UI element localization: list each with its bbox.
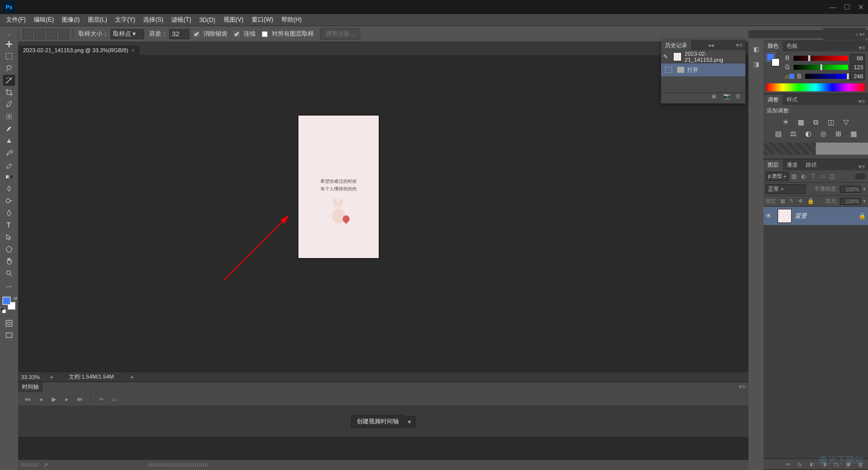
new-layer-icon[interactable]: ▣ xyxy=(846,461,853,467)
status-arrow2-icon[interactable]: ▸ xyxy=(131,374,134,380)
timeline-last-icon[interactable]: ⏭ xyxy=(75,395,84,403)
swap-colors-icon[interactable]: ⇄ xyxy=(14,296,18,301)
document-tab-close-icon[interactable]: × xyxy=(131,47,134,53)
new-doc-from-state-icon[interactable]: ▣ xyxy=(711,93,718,103)
hand-tool[interactable] xyxy=(3,256,15,267)
menu-filter[interactable]: 滤镜(T) xyxy=(167,14,195,26)
tolerance-input[interactable] xyxy=(169,29,189,39)
eraser-tool[interactable] xyxy=(3,159,15,170)
foreground-color-swatch[interactable] xyxy=(3,297,11,305)
history-menu-icon[interactable]: ▾≡ xyxy=(733,42,745,49)
layer-thumbnail[interactable] xyxy=(778,209,792,223)
drag-handle-icon[interactable] xyxy=(149,463,209,467)
lasso-tool[interactable] xyxy=(3,63,15,74)
r-value[interactable] xyxy=(850,54,865,62)
filter-toggle[interactable] xyxy=(855,173,866,179)
channels-tab[interactable]: 通道 xyxy=(783,160,802,170)
timeline-prev-icon[interactable]: ◂ xyxy=(36,395,45,403)
eyedropper-tool[interactable] xyxy=(3,99,15,110)
magic-wand-tool[interactable] xyxy=(3,75,15,86)
lock-pixels-icon[interactable]: ✎ xyxy=(789,198,796,204)
sample-size-select[interactable]: 取样点 ▾ xyxy=(111,29,144,39)
right-panels-collapse-icon[interactable]: « ▾≡ xyxy=(748,30,868,38)
menu-3d[interactable]: 3D(D) xyxy=(195,15,220,25)
g-slider[interactable] xyxy=(794,65,848,70)
mini-properties-icon[interactable]: ◨ xyxy=(750,57,762,71)
quick-mask-icon[interactable] xyxy=(3,318,15,329)
create-video-timeline-button[interactable]: 创建视频时间轴 xyxy=(351,415,404,428)
minimize-button[interactable]: — xyxy=(826,2,840,12)
gradient-tool[interactable] xyxy=(3,171,15,182)
gamut-warning-icon[interactable]: ⚠ xyxy=(785,74,789,79)
layer-filter-type[interactable]: ρ 类型 ÷ xyxy=(766,172,789,181)
selection-add-icon[interactable] xyxy=(35,29,45,39)
doc-size[interactable]: 文档:1.54M/1.54M xyxy=(69,373,114,381)
vibrance-icon[interactable]: ▽ xyxy=(841,118,851,127)
history-step-row[interactable]: 打开 xyxy=(661,63,745,76)
dodge-tool[interactable] xyxy=(3,195,15,206)
curves-icon[interactable]: ⧉ xyxy=(811,118,821,127)
color-tab[interactable]: 颜色 xyxy=(764,41,783,51)
marquee-tool[interactable] xyxy=(3,51,15,62)
exposure-icon[interactable]: ◫ xyxy=(826,118,836,127)
brush-tool[interactable] xyxy=(3,123,15,134)
menu-edit[interactable]: 编辑(E) xyxy=(30,14,58,26)
zoom-tool[interactable] xyxy=(3,268,15,279)
menu-view[interactable]: 视图(V) xyxy=(220,14,248,26)
g-value[interactable] xyxy=(850,63,865,71)
move-tool[interactable] xyxy=(3,39,15,50)
crop-tool[interactable] xyxy=(3,87,15,98)
balance-icon[interactable]: ⚖ xyxy=(788,129,798,138)
swatches-tab[interactable]: 色板 xyxy=(783,41,802,51)
paths-tab[interactable]: 路径 xyxy=(802,160,821,170)
filter-shape-icon[interactable]: ▭ xyxy=(819,172,827,180)
filter-adjust-icon[interactable]: ◐ xyxy=(800,172,808,180)
filter-pixel-icon[interactable]: ▦ xyxy=(790,172,798,180)
close-button[interactable]: ✕ xyxy=(854,2,868,12)
layer-fx-icon[interactable]: fx xyxy=(798,461,805,467)
layer-locked-icon[interactable]: 🔒 xyxy=(858,212,866,219)
b-slider[interactable] xyxy=(805,74,848,79)
path-selection-tool[interactable] xyxy=(3,231,15,243)
menu-file[interactable]: 文件(F) xyxy=(2,14,30,26)
layers-menu-icon[interactable]: ▾≡ xyxy=(855,163,868,170)
new-adjustment-icon[interactable]: ◑ xyxy=(822,461,829,467)
clone-stamp-tool[interactable] xyxy=(3,135,15,146)
color-bg-swatch[interactable] xyxy=(772,58,780,66)
layer-name[interactable]: 背景 xyxy=(795,212,807,220)
delete-state-icon[interactable]: 🗑 xyxy=(735,93,742,103)
canvas-viewport[interactable]: 希望你难过的时候 有个人懂得你的伤 xyxy=(18,55,748,372)
color-panel-swatches[interactable] xyxy=(767,53,780,66)
selection-subtract-icon[interactable] xyxy=(47,29,57,39)
all-layers-checkbox[interactable] xyxy=(262,31,268,37)
contiguous-checkbox[interactable] xyxy=(234,31,240,37)
timeline-transition-icon[interactable]: ▭ xyxy=(110,395,119,403)
timeline-next-icon[interactable]: ▸ xyxy=(62,395,71,403)
blend-mode-select[interactable]: 正常 ÷ xyxy=(766,184,806,194)
antialias-checkbox[interactable] xyxy=(193,31,199,37)
zoom-level[interactable]: 33.33% xyxy=(21,374,40,380)
menu-image[interactable]: 图像(I) xyxy=(58,14,83,26)
pen-tool[interactable] xyxy=(3,207,15,218)
layer-row[interactable]: 👁 背景 🔒 xyxy=(764,207,868,225)
styles-tab[interactable]: 样式 xyxy=(783,94,802,105)
brightness-icon[interactable]: ☀ xyxy=(781,118,791,127)
filter-type-icon[interactable]: T xyxy=(809,172,817,180)
status-arrow-icon[interactable]: ▸ xyxy=(51,374,54,380)
timeline-play-icon[interactable]: ▶ xyxy=(49,395,58,403)
color-swatches[interactable]: ⇄ xyxy=(3,297,16,310)
filter-smart-icon[interactable]: ◫ xyxy=(828,172,836,180)
color-ramp[interactable] xyxy=(767,83,865,91)
history-source-row[interactable]: ✎ 2023-02-21_141153.png xyxy=(661,50,745,63)
history-collapse-icon[interactable]: ▸▸ xyxy=(706,42,718,49)
layer-visibility-icon[interactable]: 👁 xyxy=(766,212,775,219)
layers-tab[interactable]: 图层 xyxy=(764,160,783,170)
fill-value[interactable]: 100% xyxy=(840,198,861,205)
history-brush-tool[interactable] xyxy=(3,147,15,158)
history-panel[interactable]: 历史记录 ▸▸ ▾≡ ✎ 2023-02-21_141153.png 打开 ▣ … xyxy=(661,40,745,103)
toolbox-collapse-icon[interactable]: « xyxy=(2,32,17,37)
menu-window[interactable]: 窗口(W) xyxy=(248,14,277,26)
menu-select[interactable]: 选择(S) xyxy=(139,14,167,26)
menu-type[interactable]: 文字(Y) xyxy=(111,14,139,26)
hue-icon[interactable]: ▤ xyxy=(773,129,783,138)
